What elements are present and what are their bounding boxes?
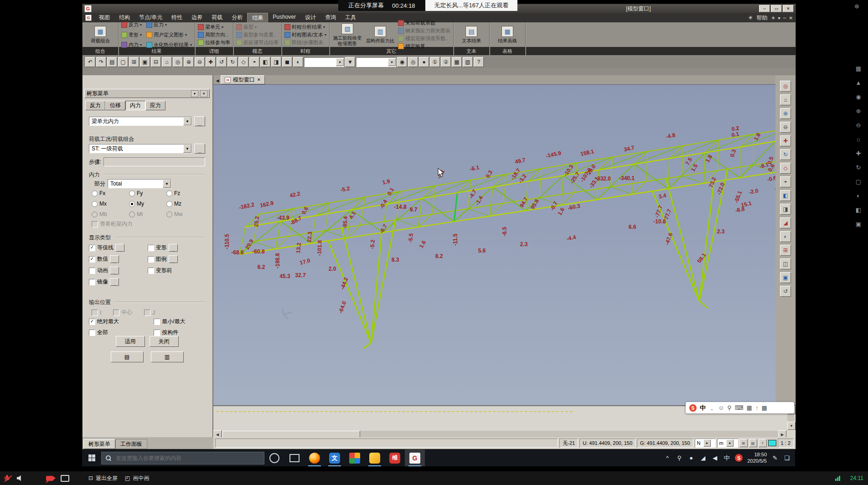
zoom-in-icon[interactable]: ⊕ <box>780 108 791 119</box>
radio-Fy[interactable] <box>129 191 135 196</box>
tab-scroll-left-icon[interactable]: ◀ <box>214 77 221 84</box>
display-option-变形[interactable]: 变形... <box>148 244 207 252</box>
share-screen-icon[interactable] <box>61 475 69 482</box>
iso-view-icon[interactable]: ◇ <box>238 57 248 67</box>
pan-icon[interactable]: ✚ <box>853 149 863 158</box>
tray-network-icon[interactable]: ◢ <box>699 454 707 461</box>
print-button[interactable]: ▥ <box>151 351 184 362</box>
front-view-icon[interactable]: ◧ <box>260 57 270 67</box>
search-input[interactable] <box>115 454 260 462</box>
display-option-等值线[interactable]: 等值线... <box>89 244 148 252</box>
result-tab-内力[interactable]: 内力 <box>125 101 145 110</box>
notification-icon[interactable]: ❏ <box>783 454 790 461</box>
help-dropdown-arrow-icon[interactable]: ▾ <box>778 15 780 21</box>
component-option-Mz[interactable]: Mz <box>166 201 204 207</box>
radio-Fx[interactable] <box>92 191 98 196</box>
status-table-icon[interactable]: ▤ <box>749 439 757 447</box>
length-unit-combo[interactable]: m▼ <box>717 439 738 448</box>
图例-more-button[interactable]: ... <box>169 255 178 263</box>
checkbox-全部[interactable] <box>89 330 95 336</box>
display-option-变形前[interactable]: 变形前 <box>148 267 207 274</box>
result-tab-应力[interactable]: 应力 <box>145 101 165 110</box>
part-combo[interactable]: Total▼ <box>108 179 171 188</box>
checkbox-绝对最大[interactable] <box>89 319 95 325</box>
等值线-more-button[interactable]: ... <box>115 244 124 252</box>
menu-tab-视图[interactable]: 视图 <box>94 13 114 23</box>
hidden-line-icon[interactable]: ◼ <box>282 57 292 67</box>
sogou-logo-icon[interactable]: S <box>689 404 697 412</box>
cortana-icon[interactable] <box>264 449 284 466</box>
tab-close-icon[interactable]: ✕ <box>257 77 261 82</box>
node-number-icon[interactable]: ① <box>430 57 440 67</box>
red-app-icon[interactable]: 维 <box>385 449 405 466</box>
apply-button[interactable]: 适用 <box>116 336 145 347</box>
result-type-combo[interactable]: 梁单元内力▼ <box>89 117 192 126</box>
zoom-out-icon[interactable]: ⊖ <box>195 57 205 67</box>
display-option-动画[interactable]: 动画... <box>89 267 148 274</box>
ribbon-item-位移参与率[interactable]: 位移参与率 <box>198 39 230 46</box>
ribbon-item-梁单元[interactable]: 梁单元▾ <box>198 23 223 31</box>
ime-indicator[interactable]: 中 <box>723 454 730 462</box>
display-option-镜像[interactable]: 镜像... <box>89 278 148 286</box>
settings-icon[interactable]: ⊛ <box>854 3 859 10</box>
redo-icon[interactable]: ↷ <box>96 57 106 67</box>
firefox-icon[interactable] <box>305 449 325 466</box>
ribbon-item-时程图表/文本[interactable]: 时程图表/文本▾ <box>284 31 326 38</box>
camera-icon[interactable]: ◉ <box>853 92 863 101</box>
menu-tab-荷载[interactable]: 荷载 <box>207 13 227 23</box>
menu-tab-分析[interactable]: 分析 <box>227 13 247 23</box>
sogou-tray-icon[interactable]: S <box>735 454 743 462</box>
activate-all-icon[interactable]: ● <box>419 57 429 67</box>
undo-icon[interactable]: ↶ <box>85 57 95 67</box>
ime-emoji-icon[interactable]: ☺ <box>718 404 724 411</box>
save-image-button[interactable]: ▤ <box>111 351 144 362</box>
loadcase-more-button[interactable]: ... <box>194 144 205 154</box>
zoom-out-icon[interactable]: ⊖ <box>780 122 791 133</box>
ribbon-item-施工阶段徐变收缩图形[interactable]: ▧施工阶段徐变收缩图形 <box>332 23 362 46</box>
output-option-最小/最大[interactable]: 最小/最大 <box>154 318 208 325</box>
select-icon[interactable]: ▢ <box>118 57 128 67</box>
mdi-minimize-button[interactable]: ─ <box>783 15 786 21</box>
zoom-window-icon[interactable]: ◎ <box>780 81 791 92</box>
ribbon-item-变形[interactable]: 变形▾ <box>121 31 142 38</box>
component-option-Fz[interactable]: Fz <box>166 190 204 196</box>
panel-pin-icon[interactable]: ▾ <box>191 90 198 97</box>
yellow-app-icon[interactable] <box>365 449 385 466</box>
taskbar-clock[interactable]: 18:502020/5/5 <box>747 452 767 464</box>
component-option-Mx[interactable]: Mx <box>92 201 129 207</box>
ribbon-item-局部方向..[interactable]: 局部方向.. <box>198 31 228 38</box>
tiles-app-icon[interactable] <box>345 449 365 466</box>
camera-off-button[interactable] <box>46 476 53 481</box>
pointer-icon[interactable]: ▲ <box>853 78 863 87</box>
select-icon[interactable]: ▢ <box>853 177 863 186</box>
prev-view-icon[interactable]: ↺ <box>780 286 791 297</box>
render-icon[interactable]: ◐ <box>853 191 863 200</box>
pan-icon[interactable]: ✚ <box>780 135 791 146</box>
component-option-My[interactable]: My <box>129 201 166 207</box>
exit-fullscreen-button[interactable]: ⊡ 退出全屏 <box>88 475 118 482</box>
minimize-button[interactable]: ─ <box>759 5 770 12</box>
midas-gen-icon[interactable]: G <box>405 449 425 466</box>
tray-mic-icon[interactable]: ⚲ <box>676 454 683 461</box>
rotate-icon[interactable]: ↻ <box>780 149 791 160</box>
ribbon-item-层构件剪力比[interactable]: ▥层构件剪力比 <box>365 26 395 43</box>
shading-icon[interactable]: ◐ <box>293 57 303 67</box>
ime-toolbox-icon[interactable]: ▦ <box>747 404 752 411</box>
unselect-icon[interactable]: ⊟ <box>151 57 161 67</box>
task-view-icon[interactable] <box>284 449 305 466</box>
checkbox-变形[interactable] <box>148 245 154 251</box>
变形-more-button[interactable]: ... <box>169 244 178 252</box>
taskbar-search[interactable] <box>101 452 264 464</box>
ime-skin-icon[interactable]: ↑ <box>755 404 759 411</box>
maximize-button[interactable]: ▭ <box>771 5 782 12</box>
select-all-icon[interactable]: ▣ <box>140 57 150 67</box>
zoom-in-icon[interactable]: ⊕ <box>184 57 194 67</box>
theme-icon[interactable]: ☀ <box>771 15 775 21</box>
checkbox-镜像[interactable] <box>89 279 95 285</box>
menu-tab-查询[interactable]: 查询 <box>320 13 341 23</box>
query-icon[interactable]: ? <box>474 57 484 67</box>
color-swatch[interactable] <box>768 440 776 446</box>
rotate-right-icon[interactable]: ↻ <box>227 57 238 67</box>
result-tab-位移[interactable]: 位移 <box>105 101 125 110</box>
select-type-combo[interactable]: ▾ <box>304 57 344 67</box>
